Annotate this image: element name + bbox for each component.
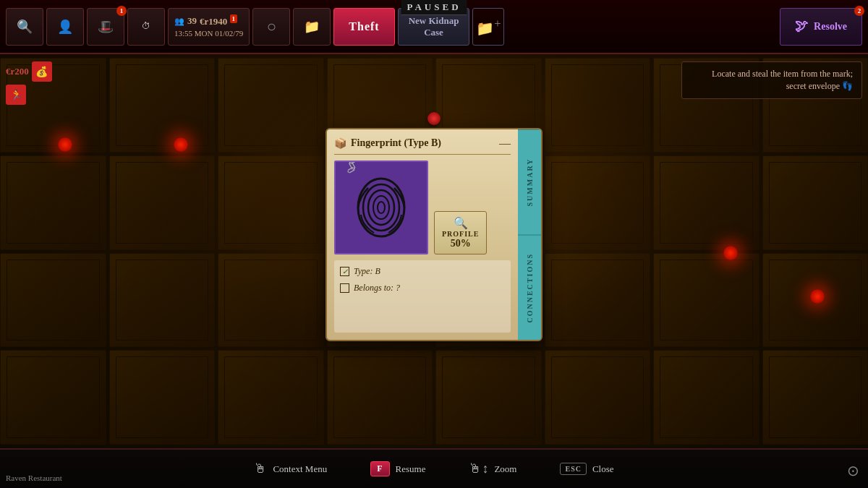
resolve-icon: 🕊 [795, 19, 808, 34]
svg-point-4 [378, 202, 385, 213]
locker-cell [545, 350, 651, 445]
tab-connections-label: CONNECTIONS [526, 253, 534, 322]
locker-cell [653, 253, 760, 348]
context-menu-label: Context Menu [273, 463, 327, 475]
bottom-bar: 🖱 Context Menu F Resume 🖱↕ Zoom ESC Clos… [0, 448, 868, 488]
locker-cell [218, 350, 324, 445]
resume-action[interactable]: F Resume [370, 461, 425, 476]
context-menu-icon: 🖱 [254, 461, 267, 476]
time-display: 13:55 MON 01/02/79 [174, 29, 243, 38]
tab-theft-label: Theft [349, 20, 379, 33]
locker-cell [762, 350, 869, 445]
red-light-1 [58, 137, 72, 152]
red-light-2 [174, 137, 188, 152]
folder-icon: 📁 [304, 19, 320, 35]
locker-cell [545, 253, 651, 348]
resume-label: Resume [396, 463, 426, 475]
mission-box: Locate and steal the item from the mark;… [681, 61, 862, 99]
person-button[interactable]: 👤 [46, 8, 84, 46]
clock-button[interactable]: ⏱ [127, 8, 165, 46]
locker-cell [762, 155, 869, 250]
paused-label: PAUSED [401, 0, 467, 15]
close-label: Close [592, 463, 614, 475]
location-label: Raven Restaurant [6, 474, 62, 482]
close-key-badge: ESC [560, 463, 586, 475]
hat-button[interactable]: 🎩 1 [87, 8, 124, 46]
currency-value: €r1940 1 [200, 15, 237, 27]
profile-button[interactable]: 🔍 PROFILE 50% [434, 211, 487, 254]
hud-currency-icon: 💰 [32, 61, 52, 82]
close-action[interactable]: ESC Close [560, 463, 613, 475]
tab-new-case[interactable]: 📁+ [472, 8, 504, 46]
note-type: ✓ Type: B [340, 266, 505, 277]
card-notes: ✓ Type: B Belongs to: ? [334, 260, 511, 333]
tab-resolve[interactable]: 🕊 Resolve 2 [780, 8, 862, 46]
mission-text: Locate and steal the item from the mark;… [712, 69, 853, 91]
currency-badge: 1 [230, 14, 238, 23]
checkbox-belongs [340, 283, 349, 293]
top-bar: PAUSED 🔍 👤 🎩 1 ⏱ 👥 39 €r1940 1 13:55 MON… [0, 0, 868, 54]
locker-cell [0, 253, 106, 348]
note-type-text: Type: B [354, 266, 380, 277]
hud-currency-value: €r200 [6, 66, 29, 77]
note-belongs: Belongs to: ? [340, 283, 505, 294]
clock-icon: ⏱ [142, 21, 150, 32]
card-image-area: 🖇 [334, 160, 511, 254]
profile-magnify-icon: 🔍 [442, 216, 479, 230]
profile-area: 🔍 PROFILE 50% [434, 160, 487, 254]
profile-pct: 50% [442, 238, 479, 249]
card-title-area: 📦 Fingerprint (Type B) [334, 137, 441, 150]
circle-icon: ○ [267, 17, 276, 36]
card-main: 📦 Fingerprint (Type B) — 🖇 [327, 129, 518, 340]
circle-button[interactable]: ○ [252, 8, 290, 46]
left-hud: €r200 💰 🏃 [6, 61, 52, 105]
bottom-right-indicator: ⊙ [847, 462, 859, 479]
hud-currency: €r200 💰 [6, 61, 52, 82]
card-inner: 📦 Fingerprint (Type B) — 🖇 [326, 128, 542, 341]
tab-connections[interactable]: CONNECTIONS [518, 235, 541, 341]
locker-cell [435, 350, 542, 445]
locker-cell [653, 155, 760, 250]
locker-cell [109, 58, 216, 153]
fingerprint-svg [341, 168, 421, 247]
tab-resolve-label: Resolve [814, 21, 847, 33]
locker-cell [218, 58, 324, 153]
search-button[interactable]: 🔍 [6, 8, 43, 46]
tab-summary[interactable]: SUMMARY [518, 129, 541, 235]
locker-cell [109, 155, 216, 250]
svg-point-0 [358, 179, 404, 236]
tab-kidnap-label: New KidnapCase [409, 15, 459, 38]
locker-cell [218, 155, 324, 250]
locker-cell [0, 155, 106, 250]
resume-key-badge: F [370, 461, 389, 476]
note-belongs-text: Belongs to: ? [354, 283, 400, 294]
locker-cell [653, 350, 760, 445]
locker-cell [327, 350, 433, 445]
context-menu-action: 🖱 Context Menu [254, 461, 327, 476]
card-type-icon: 📦 [334, 137, 346, 150]
mission-icon: 👣 [842, 81, 853, 91]
zoom-action: 🖱↕ Zoom [469, 461, 516, 476]
zoom-label: Zoom [494, 463, 516, 475]
tab-summary-label: SUMMARY [526, 158, 534, 207]
svg-point-3 [373, 196, 389, 219]
locker-cell [109, 253, 216, 348]
person-icon: 👤 [57, 19, 73, 35]
card-header: 📦 Fingerprint (Type B) — [334, 137, 511, 155]
hat-badge: 1 [116, 6, 127, 16]
tab-new-icon: 📁+ [476, 17, 501, 37]
folder-button[interactable]: 📁 [293, 8, 331, 46]
locker-cell [0, 350, 106, 445]
card-title: Fingerprint (Type B) [351, 137, 441, 149]
zoom-icon: 🖱↕ [469, 461, 488, 476]
agents-icon: 👥 [174, 17, 184, 26]
locker-cell [545, 58, 651, 153]
red-light-4 [810, 289, 825, 304]
hat-icon: 🎩 [98, 19, 114, 35]
stats-box: 👥 39 €r1940 1 13:55 MON 01/02/79 [168, 8, 250, 46]
locker-cell [545, 155, 651, 250]
checkbox-type: ✓ [340, 267, 349, 276]
card-minimize-button[interactable]: — [499, 137, 511, 150]
tab-theft[interactable]: Theft [333, 8, 394, 46]
profile-label: PROFILE [442, 230, 479, 238]
